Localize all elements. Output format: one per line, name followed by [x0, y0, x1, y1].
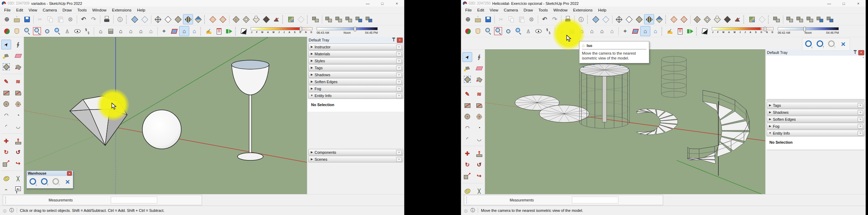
chevron-right-icon[interactable]: ▶	[768, 118, 772, 121]
extension-warehouse-icon[interactable]: ✕	[838, 39, 848, 49]
scale-tool-icon[interactable]: ↗	[462, 171, 472, 181]
new-icon[interactable]: ⊕	[2, 14, 12, 24]
polygon-tool-icon[interactable]	[474, 112, 484, 121]
menu-view[interactable]: View	[26, 7, 40, 13]
erase-icon[interactable]: ⊗	[526, 14, 536, 24]
menu-camera[interactable]: Camera	[501, 7, 521, 13]
tag-tool-icon[interactable]	[13, 62, 23, 72]
union-icon[interactable]	[334, 14, 344, 24]
split-icon[interactable]	[825, 14, 835, 24]
minimize-button[interactable]: —	[822, 0, 836, 7]
chevron-right-icon[interactable]: ▶	[768, 111, 772, 114]
panel-close-icon[interactable]: ×	[396, 45, 402, 49]
panel-close-icon[interactable]: ×	[396, 79, 402, 84]
pan-icon[interactable]	[12, 26, 22, 36]
smoove-icon[interactable]	[231, 14, 241, 24]
model-info-icon[interactable]: ⓘ	[576, 14, 586, 24]
tape-measure-tool-icon[interactable]	[462, 186, 472, 194]
circle-tool-icon[interactable]	[1, 99, 11, 109]
warehouse-close-icon[interactable]: ×	[67, 171, 72, 176]
tray-panel-scenes[interactable]: ▶Scenes×	[308, 156, 403, 162]
shaded-with-textures-icon[interactable]	[183, 14, 193, 24]
zoom-extents-icon[interactable]	[42, 26, 52, 36]
ext-tool-3-icon[interactable]	[224, 26, 234, 36]
menu-tools[interactable]: Tools	[75, 7, 90, 13]
copy-icon[interactable]	[506, 14, 516, 24]
back-edges-icon[interactable]	[140, 14, 150, 24]
help-info-icon[interactable]: ⓘ	[9, 207, 14, 214]
pan-icon[interactable]	[473, 26, 483, 36]
paint-bucket-tool-icon[interactable]	[462, 63, 472, 73]
menu-camera[interactable]: Camera	[40, 7, 60, 13]
lasso-tool-icon[interactable]: ∮	[13, 40, 23, 49]
panel-close-icon[interactable]: ×	[396, 51, 402, 56]
add-detail-icon[interactable]	[722, 14, 732, 24]
dimension-tool-icon[interactable]: ╳	[474, 186, 484, 194]
toolbar-drag-handle[interactable]	[661, 27, 663, 35]
menu-window[interactable]: Window	[90, 7, 109, 13]
add-detail-icon[interactable]	[261, 14, 271, 24]
get-models-icon[interactable]: ↓	[804, 39, 814, 49]
rotate-tool-icon[interactable]: ↻	[1, 148, 11, 157]
zoom-window-icon[interactable]	[32, 26, 42, 36]
display-section-cuts-icon[interactable]: ⌂	[640, 26, 650, 36]
menu-edit[interactable]: Edit	[14, 7, 26, 13]
top-icon[interactable]	[106, 26, 116, 36]
previous-icon[interactable]	[513, 26, 523, 36]
tray-close-icon[interactable]: ×	[397, 38, 403, 43]
shadow-month-slider[interactable]: JFMAMJJASOND	[712, 27, 774, 35]
share-component-icon[interactable]: ↑	[51, 177, 61, 187]
trim-icon[interactable]	[815, 14, 825, 24]
slider-track[interactable]	[251, 27, 312, 30]
dimension-tool-icon[interactable]: ╳	[13, 174, 23, 183]
tray-panel-soften-edges[interactable]: ▶Soften Edges×	[308, 78, 403, 85]
tray-panel-tags[interactable]: ▶Tags×	[308, 64, 403, 71]
tray-panel-shadows[interactable]: ▶Shadows×	[767, 109, 865, 116]
ext-tool-1-icon[interactable]: ✍	[665, 26, 675, 36]
rotated-rectangle-tool-icon[interactable]	[13, 88, 23, 98]
panel-close-icon[interactable]: ×	[396, 58, 402, 63]
extension-warehouse-icon[interactable]: ✕	[62, 177, 73, 187]
shaded-icon[interactable]	[173, 14, 183, 24]
chevron-down-icon[interactable]: ▼	[768, 132, 772, 135]
panel-close-icon[interactable]: ×	[396, 65, 402, 70]
subtract-icon[interactable]	[344, 14, 354, 24]
toggle-terrain-icon[interactable]	[757, 14, 767, 24]
arc-tool-icon[interactable]: ◡	[13, 121, 23, 131]
panel-close-icon[interactable]: ×	[396, 150, 402, 155]
panel-close-icon[interactable]: ×	[858, 117, 863, 122]
geolocation-icon[interactable]: ◍	[3, 208, 7, 213]
share-component-icon[interactable]: ↑	[827, 39, 837, 49]
flip-edge-icon[interactable]	[271, 14, 281, 24]
title-bar[interactable]: 03D: 2247250 Helicoidal- Exercício opcio…	[461, 0, 866, 7]
tape-measure-tool-icon[interactable]	[1, 174, 11, 183]
intersect-icon[interactable]	[785, 14, 795, 24]
polygon-tool-icon[interactable]	[13, 99, 23, 109]
slider-track[interactable]	[317, 27, 378, 30]
move-tool-icon[interactable]: ✚	[1, 136, 11, 146]
add-location-icon[interactable]	[286, 14, 296, 24]
circle-tool-icon[interactable]	[462, 112, 472, 121]
display-section-planes-icon[interactable]	[630, 26, 640, 36]
menu-draw[interactable]: Draw	[521, 7, 536, 13]
tray-panel-shadows[interactable]: ▶Shadows×	[308, 71, 403, 78]
measurements-input[interactable]	[111, 197, 157, 204]
shadows-toggle-icon[interactable]	[700, 26, 710, 36]
select-tool-icon[interactable]: ➤	[462, 52, 472, 62]
back-edges-icon[interactable]	[601, 14, 611, 24]
wireframe-icon[interactable]	[153, 14, 163, 24]
display-section-planes-icon[interactable]	[169, 26, 179, 36]
iso-icon[interactable]: ⌂	[557, 26, 567, 36]
look-around-icon[interactable]	[533, 26, 543, 36]
maximize-button[interactable]: □	[375, 0, 390, 7]
zoom-icon[interactable]	[483, 26, 493, 36]
undo-icon[interactable]: ↶	[78, 14, 89, 24]
from-scratch-icon[interactable]	[218, 14, 228, 24]
shadows-toggle-icon[interactable]	[239, 26, 249, 36]
menu-view[interactable]: View	[487, 7, 501, 13]
chevron-right-icon[interactable]: ▶	[310, 80, 314, 83]
from-scratch-icon[interactable]	[679, 14, 689, 24]
from-contours-icon[interactable]	[669, 14, 679, 24]
panel-close-icon[interactable]: ×	[396, 93, 402, 98]
follow-me-tool-icon[interactable]: ↺	[13, 148, 23, 157]
